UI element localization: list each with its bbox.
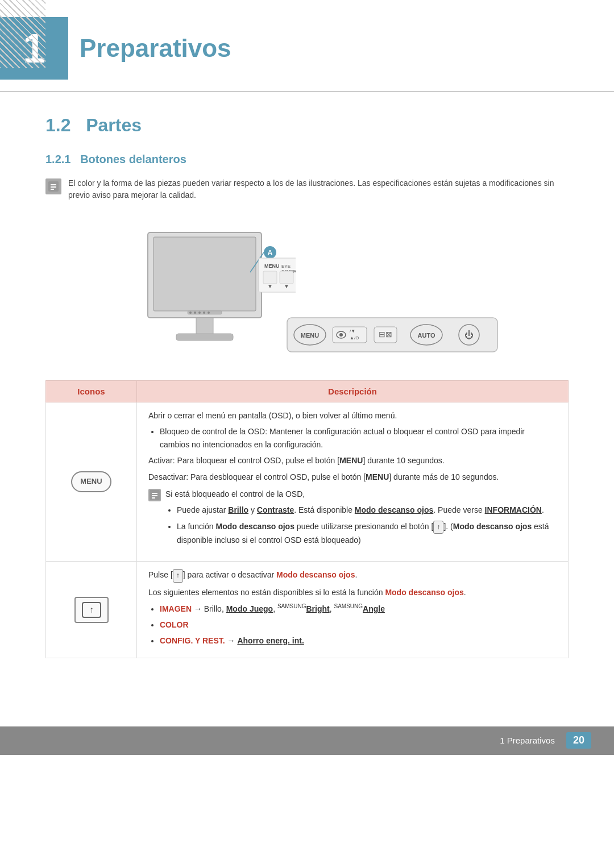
note-box: El color y la forma de las piezas pueden… [45, 177, 569, 201]
svg-point-12 [203, 312, 205, 314]
eye-desc-1: Pulse [↑] para activar o desactivar Modo… [148, 568, 557, 582]
section-heading: 1.2 Partes [45, 115, 569, 136]
svg-text:MENU: MENU [264, 263, 280, 269]
button-row-svg: MENU /▼ ▲/⊙ ⊟⊠ AUTO ⏻ [284, 312, 500, 358]
svg-text:AUTO: AUTO [418, 332, 435, 339]
eye-saver-svg: ↑ [81, 601, 102, 618]
description-table: Iconos Descripción MENU Abrir o cerrar e… [45, 380, 569, 658]
list-item: Puede ajustar Brillo y Contraste. Está d… [177, 504, 557, 516]
svg-text:⏻: ⏻ [464, 330, 474, 340]
list-item: La función Modo descanso ojos puede util… [177, 520, 557, 547]
svg-text:▼: ▼ [267, 283, 273, 289]
table-header-icons: Iconos [46, 381, 137, 402]
eye-desc-cell: Pulse [↑] para activar o desactivar Modo… [137, 562, 569, 658]
table-row: MENU Abrir o cerrar el menú en pantalla … [46, 402, 569, 562]
svg-rect-6 [196, 318, 213, 335]
table-header-desc: Descripción [137, 381, 569, 402]
monitor-svg: A MENU EYE SAVER SOURCE AUTO ▼ ▼ ▼ ▼ ▼ [114, 227, 296, 358]
svg-text:▼: ▼ [284, 283, 289, 289]
monitor-illustration: A MENU EYE SAVER SOURCE AUTO ▼ ▼ ▼ ▼ ▼ [45, 215, 569, 369]
list-item: COLOR [160, 618, 557, 631]
note-inline-icon [148, 489, 161, 501]
svg-rect-7 [176, 334, 233, 340]
list-item: IMAGEN → Brillo, Modo Juego, SAMSUNGBrig… [160, 602, 557, 615]
svg-text:↑: ↑ [89, 605, 94, 614]
eye-saver-icon: ↑ [74, 597, 109, 623]
svg-point-9 [189, 312, 192, 314]
list-item: CONFIG. Y REST. → Ahorro energ. int. [160, 634, 557, 647]
list-item: Bloqueo de control de la OSD: Mantener l… [160, 425, 557, 451]
eye-desc-list: IMAGEN → Brillo, Modo Juego, SAMSUNGBrig… [148, 602, 557, 647]
footer-text: 1 Preparativos 20 [500, 732, 591, 749]
menu-desc-3: Desactivar: Para desbloquear el control … [148, 471, 557, 483]
note-text: El color y la forma de las piezas pueden… [68, 177, 569, 201]
svg-text:/▼: /▼ [350, 329, 355, 334]
chapter-header: 1 Preparativos [0, 0, 614, 92]
table-row: ↑ Pulse [↑] para activar o desactivar Mo… [46, 562, 569, 658]
svg-point-13 [208, 312, 210, 314]
hatch-decoration [0, 0, 45, 68]
note-inline-text: Si está bloqueado el control de la OSD, … [165, 488, 557, 550]
svg-point-38 [339, 333, 343, 337]
menu-icon-cell: MENU [46, 402, 137, 562]
menu-desc-list-1: Bloqueo de control de la OSD: Mantener l… [148, 425, 557, 451]
eye-desc-2: Los siguientes elementos no están dispon… [148, 586, 557, 599]
svg-text:A: A [267, 248, 273, 257]
svg-rect-5 [154, 237, 256, 311]
svg-text:EYE: EYE [281, 264, 291, 269]
menu-desc-1: Abrir o cerrar el menú en pantalla (OSD)… [148, 409, 557, 422]
svg-point-10 [194, 312, 196, 314]
menu-desc-cell: Abrir o cerrar el menú en pantalla (OSD)… [137, 402, 569, 562]
footer: 1 Preparativos 20 [0, 726, 614, 755]
svg-text:▲/⊙: ▲/⊙ [350, 335, 359, 340]
button-row-container: MENU /▼ ▲/⊙ ⊟⊠ AUTO ⏻ [284, 312, 500, 358]
svg-point-11 [198, 312, 201, 314]
footer-page: 20 [566, 732, 591, 749]
subsection-heading: 1.2.1 Botones delanteros [45, 153, 569, 166]
svg-text:⊟⊠: ⊟⊠ [379, 330, 392, 339]
footer-section: 1 Preparativos [500, 736, 555, 745]
note-icon [45, 178, 61, 194]
svg-rect-22 [263, 271, 277, 284]
main-content: 1.2 Partes 1.2.1 Botones delanteros El c… [0, 115, 614, 704]
eye-icon-cell: ↑ [46, 562, 137, 658]
note-inline: Si está bloqueado el control de la OSD, … [148, 488, 557, 550]
chapter-title: Preparativos [80, 17, 231, 63]
osd-locked-list: Puede ajustar Brillo y Contraste. Está d… [165, 504, 557, 546]
menu-desc-2: Activar: Para bloquear el control OSD, p… [148, 454, 557, 467]
svg-text:MENU: MENU [301, 332, 319, 339]
menu-button-icon: MENU [71, 471, 111, 492]
svg-rect-23 [280, 271, 293, 284]
